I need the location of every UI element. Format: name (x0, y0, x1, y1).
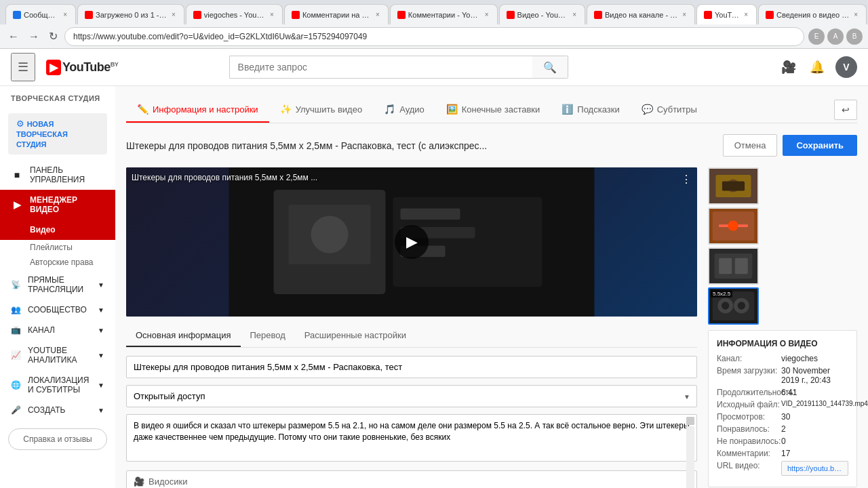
form-tab-basic[interactable]: Основная информация (126, 325, 241, 347)
url-value[interactable]: https://youtu.be/G2KLXtdI6Uw (781, 461, 848, 476)
videoseki-field[interactable]: 🎥 Видосики (126, 470, 697, 488)
likes-label: Понравилось: (717, 424, 781, 434)
search-input[interactable] (229, 56, 532, 79)
tab-close-tab4[interactable]: × (374, 11, 381, 18)
browser-tab-tab5[interactable]: Комментарии - YouTu...× (390, 4, 498, 24)
play-button[interactable]: ▶ (395, 225, 429, 259)
browser-tab-tab4[interactable]: Комментарии на кан...× (284, 4, 389, 24)
browser-tab-tab3[interactable]: viegoches - YouTube× (186, 4, 283, 24)
favicon-tab4 (292, 11, 300, 19)
thumbnail-1[interactable] (708, 167, 759, 205)
browser-chrome: Сообщения×Загружено 0 из 1 - Yo...×viego… (0, 0, 868, 49)
form-tab-translate[interactable]: Перевод (241, 325, 295, 347)
sidebar-item-analytics[interactable]: 📈 YOUTUBE АНАЛИТИКА ▼ (0, 340, 115, 370)
tab-subtitles-label: Субтитры (657, 104, 697, 115)
browser-tab-tab6[interactable]: Видео - YouTube× (499, 4, 585, 24)
user-avatar[interactable]: V (835, 56, 857, 78)
video-overlay-title: Штекеры для проводов питания 5,5мм x 2,5… (132, 173, 677, 182)
sidebar-item-localization[interactable]: 🌐 ЛОКАЛИЗАЦИЯ И СУБТИТРЫ ▼ (0, 370, 115, 400)
browser-tab-tab2[interactable]: Загружено 0 из 1 - Yo...× (77, 4, 184, 24)
hamburger-menu-button[interactable]: ☰ (11, 53, 35, 81)
top-save-button[interactable]: Сохранить (783, 135, 857, 156)
title-save-bar: Штекеры для проводов питания 5,5мм x 2,5… (126, 134, 857, 157)
youtube-app: ☰ ▶ YouTubeBY 🔍 🎥 🔔 V ТВОРЧЕСКАЯ СТУДИЯ … (0, 49, 868, 488)
sidebar-item-video[interactable]: Видео (0, 220, 115, 240)
svg-point-25 (738, 302, 745, 309)
reload-button[interactable]: ↻ (46, 27, 60, 45)
upload-time-label: Время загрузки: (717, 366, 781, 385)
tab-info[interactable]: ✏️ Информация и настройки (126, 97, 269, 123)
browser-tab-tab8[interactable]: YouTube× (696, 4, 757, 24)
sidebar-item-channel[interactable]: 📺 КАНАЛ ▼ (0, 320, 115, 340)
content-area: ✏️ Информация и настройки ✨ Улучшить вид… (115, 86, 868, 488)
info-row-upload-time: Время загрузки: 30 November 2019 г., 20:… (717, 366, 848, 385)
tab-close-tab2[interactable]: × (170, 11, 177, 18)
browser-tab-tab1[interactable]: Сообщения× (5, 4, 76, 24)
tab-close-tab6[interactable]: × (571, 11, 578, 18)
video-menu-button[interactable]: ⋮ (681, 173, 692, 186)
back-button[interactable]: ← (5, 28, 22, 45)
left-column: ▶ Штекеры для проводов питания 5,5мм x 2… (126, 167, 697, 488)
two-col-layout: ▶ Штекеры для проводов питания 5,5мм x 2… (126, 167, 857, 488)
sidebar-item-community[interactable]: 👥 СООБЩЕСТВО ▼ (0, 300, 115, 320)
camera-icon-button[interactable]: 🎥 (778, 57, 799, 77)
channel-icon: 📺 (11, 325, 21, 335)
forward-button[interactable]: → (26, 28, 42, 45)
tab-close-tab7[interactable]: × (681, 11, 688, 18)
youtube-logo[interactable]: ▶ YouTubeBY (46, 60, 118, 75)
notifications-button[interactable]: 🔔 (807, 57, 827, 77)
scroll-up-button[interactable] (686, 417, 694, 425)
favicon-tab6 (507, 11, 515, 19)
tab-tips[interactable]: ℹ️ Подсказки (551, 97, 630, 123)
tab-close-tab3[interactable]: × (269, 11, 275, 18)
sidebar-item-dashboard-label: ПАНЕЛЬ УПРАВЛЕНИЯ (30, 165, 104, 184)
svg-point-15 (728, 220, 738, 230)
tab-end-screens[interactable]: 🖼️ Конечные заставки (435, 97, 551, 123)
toolbar-icons: E A B (808, 28, 863, 45)
thumbnail-2[interactable] (708, 207, 759, 245)
top-cancel-button[interactable]: Отмена (723, 134, 778, 157)
access-select[interactable]: Открытый доступ (126, 385, 697, 407)
tab-improve[interactable]: ✨ Улучшить видео (269, 97, 374, 123)
form-tabs: Основная информация Перевод Расширенные … (126, 325, 697, 348)
new-studio-label: НОВАЯ ТВОРЧЕСКАЯ СТУДИЯ (16, 120, 68, 148)
new-studio-icon: ⚙ (16, 119, 24, 129)
tab-close-tab8[interactable]: × (743, 11, 749, 18)
new-studio-button[interactable]: ⚙ НОВАЯ ТВОРЧЕСКАЯ СТУДИЯ (8, 113, 107, 155)
tab-audio[interactable]: 🎵 Аудио (373, 97, 435, 123)
svg-rect-11 (722, 181, 745, 190)
feedback-button[interactable]: Справка и отзывы (8, 428, 107, 450)
source-file-value: VID_20191130_144739.mp4 (781, 400, 868, 409)
views-value: 30 (781, 412, 790, 422)
tab-subtitles[interactable]: 💬 Субтитры (631, 97, 708, 123)
sidebar-item-playlists[interactable]: Плейлисты (0, 240, 115, 255)
thumbnail-4[interactable]: 5.5x2.5 (708, 287, 759, 325)
title-input[interactable] (126, 356, 697, 378)
tab-back-button[interactable]: ↩ (834, 100, 857, 120)
create-chevron-icon: ▼ (98, 407, 104, 414)
video-manager-icon: ▶ (11, 199, 23, 210)
sidebar-item-video-manager[interactable]: ▶ МЕНЕДЖЕР ВИДЕО (0, 190, 115, 220)
address-input[interactable] (64, 27, 804, 46)
search-button[interactable]: 🔍 (532, 56, 568, 79)
video-player[interactable]: ▶ Штекеры для проводов питания 5,5мм x 2… (126, 167, 697, 317)
sidebar-item-analytics-label: YOUTUBE АНАЛИТИКА (28, 346, 91, 365)
youtube-logo-sub: BY (111, 61, 119, 68)
sidebar-item-create[interactable]: 🎤 СОЗДАТЬ ▼ (0, 400, 115, 420)
browser-tab-tab7[interactable]: Видео на канале - You...× (587, 4, 695, 24)
sidebar-item-dashboard[interactable]: ■ ПАНЕЛЬ УПРАВЛЕНИЯ (0, 160, 115, 190)
sidebar-item-rights[interactable]: Авторские права (0, 255, 115, 270)
thumbnail-3[interactable] (708, 247, 759, 285)
tab-close-tab5[interactable]: × (484, 11, 490, 18)
browser-tab-tab9[interactable]: Сведения о видео - YouTube Studio× (758, 4, 867, 24)
tab-improve-icon: ✨ (280, 104, 292, 115)
tab-close-tab1[interactable]: × (62, 11, 68, 18)
svg-rect-18 (719, 258, 732, 274)
thumbnail-badge: 5.5x2.5 (711, 290, 732, 298)
sidebar-item-live[interactable]: 📡 ПРЯМЫЕ ТРАНСЛЯЦИИ ▼ (0, 270, 115, 300)
form-tab-advanced[interactable]: Расширенные настройки (295, 325, 416, 347)
svg-rect-19 (735, 258, 748, 274)
description-textarea[interactable]: В видео я ошибся и сказал что штекеры ра… (126, 414, 697, 462)
title-field (126, 356, 697, 378)
tab-close-tab9[interactable]: × (852, 11, 859, 18)
